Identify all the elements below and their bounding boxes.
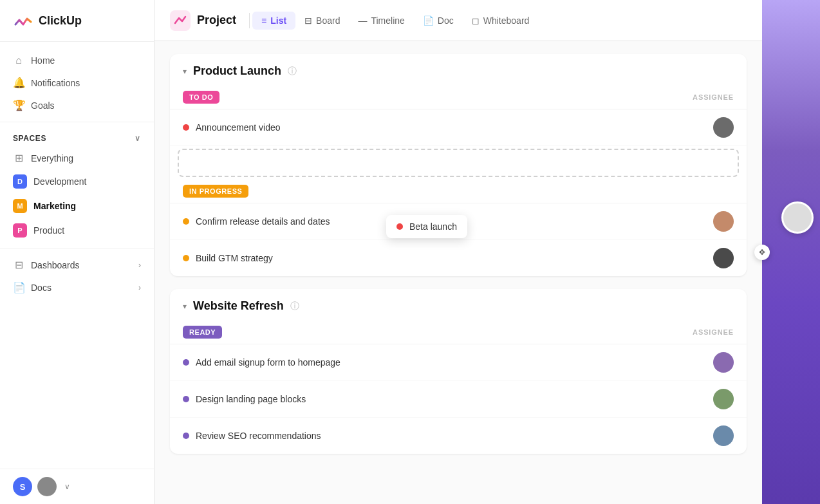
bell-icon: 🔔 [13,77,24,89]
sidebar-item-marketing[interactable]: M Marketing [0,194,154,218]
product-launch-group: ▾ Product Launch ⓘ TO DO ASSIGNEE Announ… [170,54,747,276]
header: Project ≡ List ⊟ Board — Timeline 📄 Doc … [154,0,762,41]
task-left: Announcement video [183,122,281,133]
everything-label: Everything [31,153,73,163]
tab-timeline[interactable]: — Timeline [349,12,413,30]
spaces-header: Spaces ∨ [0,127,154,147]
doc-icon: 📄 [13,281,24,294]
board-icon: ⊟ [304,15,312,26]
chevron-down-icon[interactable]: ∨ [135,134,141,143]
marketing-label: Marketing [33,201,76,211]
grid-icon: ⊞ [13,152,24,164]
goals-label: Goals [31,100,55,111]
content-area: ▾ Product Launch ⓘ TO DO ASSIGNEE Announ… [154,41,762,504]
dashboards-left: ⊟ Dashboards [13,259,80,271]
tab-doc[interactable]: 📄 Doc [414,12,463,30]
task-left-5: Design landing page blocks [183,394,306,404]
header-divider [249,13,250,28]
drag-item-text: Beta launch [409,221,457,232]
sidebar-item-notifications[interactable]: 🔔 Notifications [0,71,154,94]
sidebar-nav: ⌂ Home 🔔 Notifications 🏆 Goals Spaces ∨ … [0,42,154,469]
tab-list[interactable]: ≡ List [252,12,295,30]
main-area: Project ≡ List ⊟ Board — Timeline 📄 Doc … [154,0,762,504]
task-left-4: Add email signup form to homepage [183,357,340,368]
sidebar-item-goals[interactable]: 🏆 Goals [0,94,154,117]
todo-header-row: TO DO ASSIGNEE [170,86,747,109]
assignee-avatar[interactable] [713,211,734,232]
drag-dot [396,223,403,230]
status-dot [183,255,189,261]
assignee-avatar[interactable] [713,117,734,138]
floating-user-avatar [781,201,814,234]
table-row[interactable]: Build GTM strategy [170,240,747,276]
table-row[interactable]: Review SEO recommendations [170,418,747,454]
project-icon [170,10,191,31]
ready-badge: READY [183,326,222,339]
task-text: Confirm release details and dates [196,216,330,227]
task-left-2: Confirm release details and dates [183,216,330,227]
ready-assignee-label: ASSIGNEE [693,328,734,336]
sidebar-item-dashboards[interactable]: ⊟ Dashboards › [0,254,154,276]
notifications-label: Notifications [31,78,80,88]
development-avatar: D [13,174,27,189]
task-text: Build GTM strategy [196,253,273,263]
dashboard-icon: ⊟ [13,259,24,271]
collapse-icon[interactable]: ▾ [183,67,187,76]
sidebar-item-home[interactable]: ⌂ Home [0,50,154,71]
divider [0,122,154,122]
doc-tab-icon: 📄 [423,15,434,26]
sidebar-item-product[interactable]: P Product [0,218,154,243]
assignee-avatar[interactable] [713,352,734,373]
user-avatar-photo[interactable] [37,477,57,496]
sidebar-footer: S ∨ [0,469,154,504]
timeline-icon: — [358,15,367,26]
sidebar-item-everything[interactable]: ⊞ Everything [0,147,154,169]
user-chevron-icon[interactable]: ∨ [64,482,70,491]
task-text: Design landing page blocks [196,394,306,404]
info-icon-2[interactable]: ⓘ [290,301,299,312]
home-icon: ⌂ [13,55,24,66]
assignee-avatar[interactable] [713,248,734,268]
product-avatar: P [13,223,27,238]
status-dot [183,124,189,131]
svg-rect-0 [170,10,191,31]
inprogress-badge: IN PROGRESS [183,185,248,198]
tab-whiteboard-label: Whiteboard [483,15,530,26]
drag-placeholder [178,149,739,177]
sidebar: ClickUp ⌂ Home 🔔 Notifications 🏆 Goals S… [0,0,154,504]
dashboards-label: Dashboards [31,260,80,270]
task-text: Announcement video [196,122,281,133]
user-avatar-s[interactable]: S [13,477,32,496]
tab-timeline-label: Timeline [371,15,404,26]
info-icon[interactable]: ⓘ [288,66,297,77]
spaces-label: Spaces [13,134,46,143]
drag-handle[interactable]: ✥ [754,245,770,260]
status-dot [183,218,189,225]
assignee-avatar[interactable] [713,425,734,446]
status-dot [183,359,189,366]
status-dot [183,396,189,402]
table-row[interactable]: Add email signup form to homepage [170,344,747,381]
table-row[interactable]: Announcement video [170,109,747,146]
website-refresh-title: Website Refresh [193,299,284,313]
assignee-avatar[interactable] [713,389,734,409]
docs-label: Docs [31,283,51,293]
task-text: Add email signup form to homepage [196,357,340,368]
task-text: Review SEO recommendations [196,431,321,441]
tab-list-label: List [270,15,286,26]
clickup-logo [13,10,33,31]
app-name: ClickUp [39,14,82,28]
table-row[interactable]: Design landing page blocks [170,381,747,418]
sidebar-item-development[interactable]: D Development [0,169,154,194]
home-label: Home [31,55,55,66]
tab-whiteboard[interactable]: ◻ Whiteboard [463,12,539,30]
chevron-right-icon-2: › [138,283,141,292]
website-refresh-group: ▾ Website Refresh ⓘ READY ASSIGNEE Add e… [170,289,747,454]
right-panel: ✥ [762,0,820,504]
ready-section: READY ASSIGNEE Add email signup form to … [170,321,747,454]
marketing-avatar: M [13,199,27,213]
tab-board[interactable]: ⊟ Board [295,12,349,30]
inprogress-header-row: IN PROGRESS [170,180,747,203]
collapse-icon-2[interactable]: ▾ [183,302,187,311]
sidebar-item-docs[interactable]: 📄 Docs › [0,276,154,299]
